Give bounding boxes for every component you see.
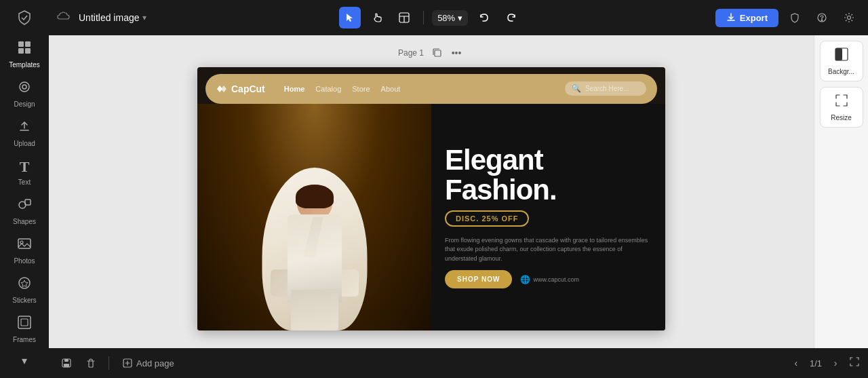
frames-icon [17, 315, 32, 333]
svg-point-4 [20, 82, 29, 92]
hand-tool-btn[interactable] [366, 7, 388, 29]
toolbar-separator-1 [423, 11, 424, 24]
design-nav-search[interactable]: 🔍 [565, 81, 646, 96]
sidebar-item-stickers[interactable]: Stickers [0, 270, 49, 309]
headline: Elegant Fashion. [445, 145, 652, 205]
resize-panel-btn[interactable]: Resize [820, 87, 863, 128]
svg-rect-12 [21, 319, 28, 326]
sidebar-item-design[interactable]: Design [0, 74, 49, 113]
nav-link-about[interactable]: About [381, 85, 401, 93]
design-canvas[interactable]: CapCut Home Catalog Store About 🔍 [197, 67, 665, 330]
redo-btn[interactable] [500, 7, 522, 29]
canvas-area[interactable]: Page 1 ••• [49, 35, 814, 348]
design-photo-area [197, 104, 431, 330]
help-icon-btn[interactable] [811, 7, 833, 29]
nav-link-home[interactable]: Home [284, 85, 305, 93]
website-link: 🌐 www.capcut.com [520, 275, 579, 284]
design-content: CapCut Home Catalog Store About 🔍 [197, 67, 665, 330]
nav-link-store[interactable]: Store [352, 85, 370, 93]
bottombar: Add page ‹ 1/1 › [49, 348, 868, 378]
app-logo[interactable] [12, 5, 37, 29]
zoom-control[interactable]: 58% ▾ [432, 10, 468, 26]
svg-rect-19 [835, 48, 842, 60]
svg-rect-21 [64, 359, 68, 362]
design-text-area: Elegant Fashion. DISC. 25% OFF From flow… [431, 104, 665, 330]
photos-icon [17, 236, 32, 254]
shop-now-btn[interactable]: SHOP NOW [445, 270, 512, 288]
person-body [277, 185, 352, 330]
discount-badge: DISC. 25% OFF [445, 210, 529, 227]
sidebar-item-templates[interactable]: Templates [0, 35, 49, 74]
design-nav: CapCut Home Catalog Store About 🔍 [205, 74, 657, 104]
trash-btn[interactable] [81, 354, 100, 373]
sidebar-item-photos[interactable]: Photos [0, 231, 49, 270]
svg-rect-22 [64, 364, 69, 367]
svg-rect-8 [18, 239, 31, 248]
resize-icon [834, 93, 849, 111]
title-chevron: ▾ [142, 13, 146, 22]
sidebar-item-frames[interactable]: Frames [0, 309, 49, 349]
cloud-icon [57, 11, 71, 24]
design-nav-links: Home Catalog Store About [284, 85, 401, 93]
page-copy-btn[interactable] [429, 45, 446, 61]
svg-rect-2 [18, 48, 24, 54]
zoom-level: 58% [437, 13, 455, 23]
sidebar-expand-btn[interactable]: ▾ [0, 349, 49, 373]
frames-label: Frames [13, 336, 36, 343]
layout-tool-btn[interactable] [393, 7, 415, 29]
background-panel-btn[interactable]: Backgr... [820, 41, 863, 81]
select-tool-btn[interactable] [339, 7, 361, 29]
svg-point-16 [847, 16, 850, 20]
sidebar-item-text[interactable]: T Text [0, 153, 49, 191]
export-btn[interactable]: Export [715, 9, 778, 27]
right-panel: Backgr... Resize [814, 35, 868, 348]
templates-label: Templates [9, 61, 40, 69]
globe-icon: 🌐 [520, 275, 530, 284]
page-number: Page 1 [398, 48, 424, 58]
description-text: From flowing evening gowns that cascade … [445, 236, 652, 264]
design-nav-logo: CapCut [216, 83, 265, 94]
bottom-separator [108, 356, 109, 370]
zoom-chevron: ▾ [458, 13, 462, 23]
svg-rect-3 [25, 48, 31, 54]
text-label: Text [18, 178, 31, 186]
templates-icon [17, 40, 32, 58]
svg-point-5 [22, 85, 26, 89]
document-title[interactable]: Untitled image ▾ [79, 12, 146, 23]
shield-icon-btn[interactable] [784, 7, 806, 29]
design-actions: SHOP NOW 🌐 www.capcut.com [445, 270, 652, 288]
topbar: Untitled image ▾ 58% ▾ [49, 0, 868, 35]
svg-point-15 [821, 20, 823, 21]
design-body: Elegant Fashion. DISC. 25% OFF From flow… [197, 104, 665, 330]
sidebar-item-upload[interactable]: Upload [0, 113, 49, 153]
search-input[interactable] [585, 85, 639, 92]
settings-icon-btn[interactable] [838, 7, 860, 29]
fullscreen-btn[interactable] [849, 356, 860, 370]
bottom-nav: ‹ 1/1 › [788, 355, 860, 371]
shapes-icon [17, 197, 32, 215]
sidebar: Templates Design Upload T Text [0, 0, 49, 378]
text-icon: T [20, 158, 30, 176]
svg-rect-0 [18, 41, 24, 47]
design-icon [17, 79, 32, 98]
expand-icon: ▾ [22, 354, 27, 367]
svg-rect-17 [435, 50, 441, 56]
search-icon: 🔍 [572, 84, 581, 93]
nav-link-catalog[interactable]: Catalog [315, 85, 341, 93]
svg-rect-11 [18, 316, 31, 328]
prev-page-btn[interactable]: ‹ [788, 355, 804, 371]
save-btn[interactable] [57, 354, 76, 373]
page-actions: ••• [429, 45, 465, 61]
sidebar-item-shapes[interactable]: Shapes [0, 191, 49, 231]
undo-btn[interactable] [473, 7, 495, 29]
main-area: Page 1 ••• [49, 35, 868, 348]
page-more-btn[interactable]: ••• [448, 45, 465, 61]
toolbar-center: 58% ▾ [339, 7, 522, 29]
upload-label: Upload [14, 140, 35, 147]
next-page-btn[interactable]: › [827, 355, 844, 371]
add-page-btn[interactable]: Add page [117, 356, 180, 371]
page-label: Page 1 ••• [398, 45, 465, 61]
stickers-label: Stickers [12, 297, 37, 304]
shapes-label: Shapes [13, 218, 36, 225]
photos-label: Photos [14, 257, 35, 265]
